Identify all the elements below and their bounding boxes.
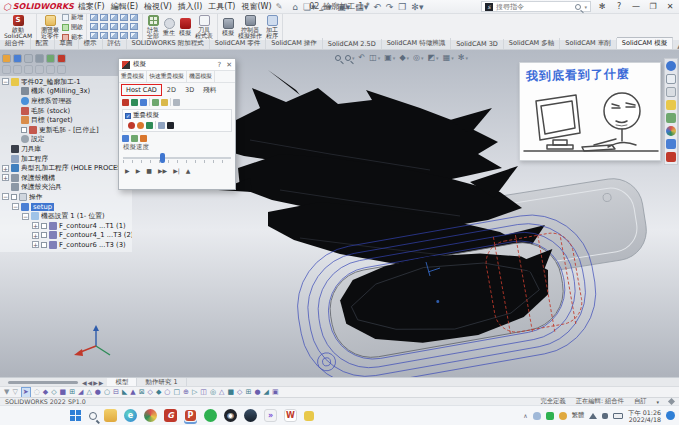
wifi-icon[interactable] xyxy=(589,413,597,419)
menu-insert[interactable]: 插入(I) xyxy=(178,1,203,12)
tab-rest-material[interactable]: 殘料 xyxy=(199,85,220,96)
tree-display-icon[interactable] xyxy=(35,65,44,74)
ribbon-collapse-icon[interactable]: ▲ xyxy=(673,42,679,49)
tree-item-fixture-2[interactable]: 保護殼夾治具 xyxy=(2,183,132,193)
menu-window[interactable]: 視窗(W) xyxy=(242,1,272,12)
menu-edit[interactable]: 編輯(E) xyxy=(111,1,138,12)
tab-quick-overlay-simulation[interactable]: 快速重疊模擬 xyxy=(147,71,187,82)
zoom-fit-icon[interactable] xyxy=(335,55,341,61)
cam-tool-icon[interactable]: ■ xyxy=(60,388,67,397)
cam-tool-icon[interactable]: □ xyxy=(173,388,180,397)
view-cube-icon[interactable] xyxy=(120,14,128,21)
purple-arrows-icon[interactable]: » xyxy=(264,409,277,422)
options-gear-icon[interactable]: ✻▾ xyxy=(411,2,423,12)
view-cube-icon[interactable] xyxy=(100,14,108,21)
clock[interactable]: 下午 01:26 2022/4/18 xyxy=(628,409,661,423)
browse-recent-parts-button[interactable]: 瀏覽最 近零件 xyxy=(40,15,60,40)
tree-pin-icon[interactable] xyxy=(57,65,66,74)
tree-item-update-stock[interactable]: 更新毛胚 - [已停止] xyxy=(2,125,132,135)
tab-sketch[interactable]: 草圖 xyxy=(55,38,79,49)
tree-item-machine-setup[interactable]: − 機器設置 1 (1- 位置) xyxy=(2,211,132,221)
expand-icon[interactable]: + xyxy=(32,241,39,248)
cam-tool-icon[interactable]: △ xyxy=(219,388,224,397)
select-filter-icon[interactable]: ▽ xyxy=(12,388,17,397)
minimize-button[interactable]: — xyxy=(630,2,642,11)
rebuild-icon[interactable]: ❐ xyxy=(398,2,406,12)
tree-item-root[interactable]: − 零件02_輪廓加工-1 xyxy=(2,77,132,87)
expand-icon[interactable]: + xyxy=(2,165,9,172)
close-button[interactable]: ✕ xyxy=(664,2,676,11)
camera-app-icon[interactable]: ◉ xyxy=(224,409,237,422)
checkbox[interactable] xyxy=(41,223,47,229)
chrome-icon[interactable] xyxy=(144,409,157,422)
apply-scene-icon[interactable]: ▦▾ xyxy=(443,53,454,62)
line-icon[interactable] xyxy=(204,409,217,422)
cam-tool-icon[interactable]: ◫ xyxy=(200,388,207,397)
previous-view-icon[interactable]: ↶ xyxy=(359,53,366,62)
cam-tool-icon[interactable]: ◢ xyxy=(78,388,83,397)
report-icon[interactable] xyxy=(140,135,147,142)
tool-sheet-button[interactable]: 刀具 程式表 xyxy=(194,15,214,40)
tree-item-tool-library[interactable]: 刀具庫 xyxy=(2,144,132,154)
show-tool-icon[interactable] xyxy=(122,99,129,106)
gouge-check-icon[interactable] xyxy=(131,135,138,142)
command-search[interactable]: s ▾ xyxy=(481,1,591,12)
cam-tool-icon[interactable]: ⊠ xyxy=(139,388,145,397)
ime-indicator[interactable]: 繁體 xyxy=(572,411,585,420)
customize-caret-icon[interactable]: ▾ xyxy=(656,399,659,405)
volume-icon[interactable] xyxy=(602,413,608,419)
cam-tool-icon[interactable]: ◇ xyxy=(237,388,242,397)
collapse-icon[interactable]: − xyxy=(12,203,19,210)
key-tray-icon[interactable] xyxy=(559,412,567,420)
select-arrow-icon[interactable]: ➤ xyxy=(21,387,31,398)
home-icon[interactable] xyxy=(666,74,676,84)
cam-tool-icon[interactable]: ○ xyxy=(104,388,110,397)
start-button[interactable] xyxy=(70,410,82,422)
filter-icon[interactable]: ▼ xyxy=(4,388,9,397)
play-button[interactable]: ▶ xyxy=(125,167,130,174)
tab-overlay-simulation[interactable]: 重疊模擬 xyxy=(119,71,147,82)
search-caret-icon[interactable]: ▾ xyxy=(584,4,587,10)
green-tray-icon[interactable] xyxy=(546,412,554,420)
simulate-button[interactable]: 模擬 xyxy=(178,18,192,37)
tab-assembly[interactable]: 組合件 xyxy=(0,38,31,49)
search-input[interactable] xyxy=(496,3,572,11)
slider-thumb[interactable] xyxy=(160,153,165,163)
home-icon[interactable]: ⌂ xyxy=(292,2,298,12)
speed-slider[interactable] xyxy=(123,153,231,163)
tab-solidcam-3d[interactable]: SolidCAM 3D xyxy=(451,39,504,49)
view-cube-icon[interactable] xyxy=(130,14,138,21)
red-app-icon[interactable]: G xyxy=(164,409,177,422)
view-cube-icon[interactable] xyxy=(110,14,118,21)
run-to-icon[interactable] xyxy=(137,122,144,129)
display-style-icon[interactable]: ◆▾ xyxy=(399,53,409,62)
tab-layout[interactable]: 配置 xyxy=(31,38,55,49)
calculate-all-button[interactable]: 計算 全部 xyxy=(146,15,160,40)
mbd-tag-icon[interactable] xyxy=(668,398,675,405)
show-target-icon[interactable] xyxy=(152,99,159,106)
expand-icon[interactable]: + xyxy=(32,232,39,239)
tab-solidcam-afrm[interactable]: SolidCAM 特徵辨識 xyxy=(382,38,452,49)
view-palette-icon[interactable] xyxy=(666,113,676,123)
view-orientation-icon[interactable]: ▣▾ xyxy=(384,53,395,62)
tree-item-contour-1[interactable]: + F_contour4 ...T1 (1) xyxy=(2,221,132,231)
cam-tool-icon[interactable]: ⊟ xyxy=(113,388,119,397)
launch-solidcam-button[interactable]: S 啟動 SolidCAM xyxy=(3,15,33,40)
overlay-checkbox[interactable] xyxy=(125,113,131,119)
section-view-icon[interactable]: ◫▾ xyxy=(369,53,380,62)
edit-appearance-icon[interactable]: ◩▾ xyxy=(428,53,439,62)
view-cube-icon[interactable] xyxy=(100,23,108,30)
tab-addins[interactable]: SOLIDWORKS 附加程式 xyxy=(127,38,210,49)
controller-simulation-button[interactable]: 控制器 模擬操作 xyxy=(237,15,263,40)
fast-forward-button[interactable]: ▶▶ xyxy=(158,167,167,174)
detach-button[interactable]: ▲ xyxy=(186,167,191,174)
w-app-icon[interactable]: W xyxy=(284,409,297,422)
tab-solidcam-turning[interactable]: SolidCAM 車削 xyxy=(560,38,617,49)
collapse-icon[interactable]: − xyxy=(2,78,9,85)
view-cube-icon[interactable] xyxy=(110,23,118,30)
solidcam-manager-tab-icon[interactable] xyxy=(57,54,66,63)
steam-icon[interactable] xyxy=(244,409,257,422)
stop-button[interactable]: ■ xyxy=(146,167,152,174)
compare-icon[interactable] xyxy=(158,122,165,129)
cam-tool-icon[interactable]: ⊞ xyxy=(69,388,75,397)
